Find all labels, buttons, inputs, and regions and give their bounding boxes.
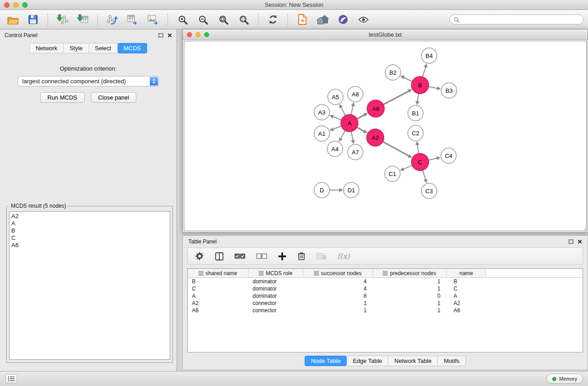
node-C3[interactable]: C3 [421, 183, 437, 199]
float-table-panel-icon[interactable] [569, 239, 574, 244]
edge-A2-C[interactable] [383, 142, 409, 156]
column-header-mcds-role[interactable]: MCDS role [249, 269, 303, 277]
task-history-button[interactable] [5, 374, 17, 383]
node-A6[interactable]: A6 [367, 100, 384, 117]
node-C[interactable]: C [411, 153, 429, 171]
zoom-selected-button[interactable] [235, 12, 252, 27]
memory-button[interactable]: Memory [546, 374, 583, 384]
table-cell[interactable]: C [447, 285, 486, 292]
node-A4[interactable]: A4 [327, 141, 343, 157]
table-cell[interactable]: dominator [249, 278, 303, 285]
node-B3[interactable]: B3 [441, 83, 457, 98]
edge-B-B2[interactable] [404, 77, 412, 81]
table-cell[interactable]: 4 [303, 278, 373, 285]
table-cell[interactable]: A6 [447, 307, 486, 314]
tab-network-table[interactable]: Network Table [388, 356, 438, 366]
edge-A6-B[interactable] [383, 91, 409, 105]
edge-A-A8[interactable] [351, 106, 353, 115]
select-all-icon[interactable] [234, 253, 245, 259]
tab-edge-table[interactable]: Edge Table [347, 356, 388, 366]
node-A5[interactable]: A5 [328, 89, 343, 105]
mcds-result-list[interactable]: A2ABCA6 [9, 211, 170, 360]
edge-C-C2[interactable] [417, 145, 419, 154]
table-cell[interactable]: A [188, 292, 249, 300]
tab-node-table[interactable]: Node Table [305, 356, 347, 366]
node-C2[interactable]: C2 [408, 125, 423, 141]
table-cell[interactable]: 1 [303, 307, 373, 314]
table-cell[interactable]: 4 [303, 285, 373, 292]
edge-C-C3[interactable] [423, 170, 426, 180]
column-header-successor-nodes[interactable]: successor nodes [303, 269, 373, 277]
network-window-header[interactable]: testGlobe.txt [183, 29, 588, 40]
node-C4[interactable]: C4 [441, 148, 456, 163]
run-mcds-button[interactable]: Run MCDS [40, 92, 85, 103]
edge-A-A1[interactable] [333, 126, 341, 129]
table-row[interactable]: Cdominator41C [188, 285, 583, 292]
export-network-button[interactable] [104, 12, 120, 27]
table-cell[interactable]: dominator [249, 292, 303, 300]
float-panel-icon[interactable] [158, 33, 163, 38]
gear-icon[interactable] [195, 252, 204, 261]
node-A8[interactable]: A8 [348, 86, 363, 102]
minimize-window-button[interactable] [13, 2, 19, 8]
zoom-fit-button[interactable] [215, 12, 231, 27]
mcds-result-item[interactable]: C [11, 234, 168, 242]
table-cell[interactable]: dominator [249, 285, 303, 292]
edge-B-B4[interactable] [423, 67, 426, 77]
table-cell[interactable]: 1 [373, 300, 447, 307]
edge-B-B3[interactable] [429, 87, 438, 89]
node-A1[interactable]: A1 [314, 126, 330, 141]
hide-columns-icon[interactable] [316, 253, 326, 260]
node-A2[interactable]: A2 [367, 129, 384, 146]
function-builder-icon[interactable]: f(x) [337, 252, 349, 261]
save-session-button[interactable] [25, 12, 41, 27]
table-cell[interactable]: 0 [373, 292, 447, 300]
table-row[interactable]: A6connector11A6 [188, 307, 583, 314]
delete-column-icon[interactable] [297, 252, 306, 261]
criterion-dropdown[interactable]: largest connected component (directed) [18, 76, 159, 86]
edge-C-C4[interactable] [429, 158, 437, 160]
network-graph[interactable]: AA1A2A3A4A5A6A7A8BB1B2B3B4CC1C2C3C4DD1 [184, 41, 587, 231]
table-cell[interactable]: B [188, 278, 249, 285]
edge-A-A5[interactable] [341, 107, 345, 115]
table-cell[interactable]: connector [249, 307, 303, 314]
show-details-button[interactable] [355, 12, 372, 27]
table-cell[interactable]: 1 [303, 300, 373, 307]
edge-A-A6[interactable] [357, 115, 365, 119]
column-header-shared-name[interactable]: shared name [188, 269, 249, 277]
table-cell[interactable]: A [447, 292, 486, 300]
mcds-result-item[interactable]: A6 [11, 242, 168, 249]
node-B[interactable]: B [411, 76, 429, 94]
mcds-result-item[interactable]: B [11, 227, 168, 234]
edge-C-C1[interactable] [403, 165, 412, 169]
table-cell[interactable]: C [188, 285, 249, 292]
node-A[interactable]: A [341, 114, 358, 132]
table-cell[interactable]: B [447, 278, 486, 285]
zoom-window-button[interactable] [22, 2, 28, 8]
table-cell[interactable]: A2 [447, 300, 486, 307]
columns-icon[interactable] [215, 252, 224, 261]
minimize-network-window-button[interactable] [196, 32, 201, 37]
add-column-icon[interactable] [278, 252, 287, 261]
table-cell[interactable]: 1 [373, 285, 447, 292]
edge-A-A3[interactable] [333, 117, 341, 120]
zoom-network-window-button[interactable] [204, 32, 209, 37]
table-cell[interactable]: A6 [188, 307, 249, 314]
column-header-name[interactable]: name [447, 269, 486, 277]
table-cell[interactable]: connector [249, 300, 303, 307]
refresh-layout-button[interactable] [265, 12, 281, 27]
resize-grip-icon[interactable] [582, 227, 587, 232]
edge-A-A4[interactable] [341, 131, 345, 139]
tab-style[interactable]: Style [64, 43, 89, 53]
search-input[interactable] [462, 16, 579, 23]
edge-A-A2[interactable] [357, 127, 364, 131]
zoom-in-button[interactable] [174, 12, 191, 27]
edge-B-B1[interactable] [417, 94, 419, 102]
import-table-button[interactable] [75, 12, 91, 27]
tab-mcds[interactable]: MCDS [118, 43, 147, 53]
deselect-all-icon[interactable] [256, 253, 267, 259]
mcds-result-item[interactable]: A [11, 220, 168, 227]
node-D[interactable]: D [314, 182, 330, 198]
export-image-button[interactable] [145, 12, 161, 27]
node-C1[interactable]: C1 [385, 166, 400, 181]
